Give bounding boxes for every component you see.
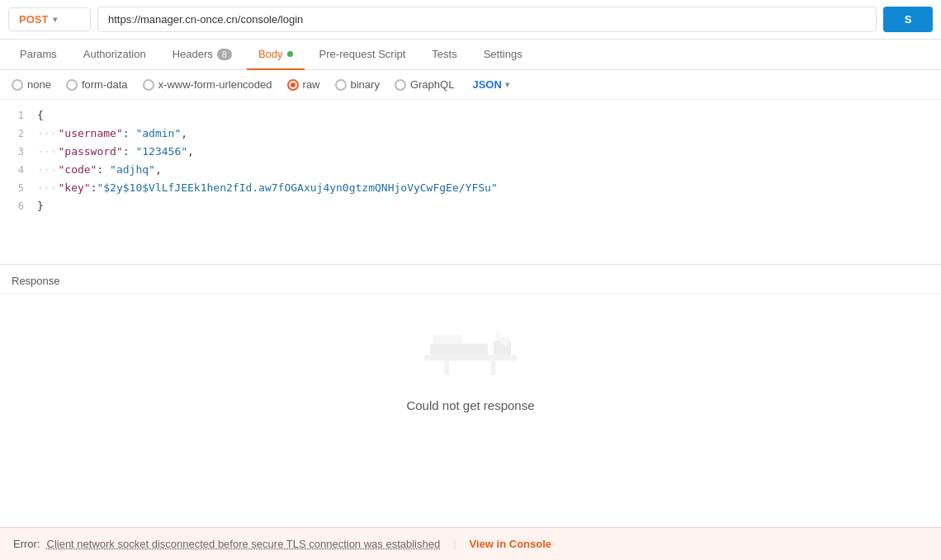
body-type-row: none form-data x-www-form-urlencoded raw…	[0, 70, 941, 100]
code-editor[interactable]: 1 { 2 ···"username": "admin", 3 ···"pass…	[0, 100, 941, 265]
svg-rect-1	[430, 344, 488, 355]
request-tabs: Params Authorization Headers 8 Body Pre-…	[0, 40, 941, 70]
svg-point-6	[500, 336, 509, 345]
send-button[interactable]: S	[883, 7, 933, 32]
json-chevron-icon: ▾	[505, 80, 509, 89]
code-line-5: 5 ···"key":"$2y$10$VlLfJEEk1hen2fId.aw7f…	[0, 179, 941, 197]
body-type-binary[interactable]: binary	[335, 78, 380, 91]
code-line-1: 1 {	[0, 106, 941, 125]
error-label: Error:	[13, 538, 40, 550]
svg-rect-4	[491, 361, 496, 376]
body-type-raw[interactable]: raw	[287, 78, 320, 91]
error-divider: |	[453, 538, 456, 550]
tab-body[interactable]: Body	[247, 40, 305, 70]
code-line-6: 6 }	[0, 197, 941, 215]
radio-raw	[287, 79, 299, 91]
radio-graphql	[395, 79, 406, 91]
tab-headers[interactable]: Headers 8	[161, 40, 244, 70]
radio-binary	[335, 79, 347, 91]
code-line-4: 4 ···"code": "adjhq",	[0, 161, 941, 179]
tab-params[interactable]: Params	[8, 40, 69, 70]
tab-authorization[interactable]: Authorization	[72, 40, 158, 70]
tab-tests[interactable]: Tests	[420, 40, 468, 70]
tab-pre-request[interactable]: Pre-request Script	[308, 40, 418, 70]
url-input[interactable]	[97, 7, 877, 32]
tab-settings[interactable]: Settings	[472, 40, 534, 70]
body-dot-indicator	[287, 51, 293, 57]
method-label: POST	[19, 13, 48, 26]
code-line-2: 2 ···"username": "admin",	[0, 125, 941, 143]
empty-state: Could not get response	[0, 294, 941, 429]
body-type-form-data[interactable]: form-data	[66, 78, 128, 91]
body-type-graphql[interactable]: GraphQL	[395, 78, 454, 91]
error-bar: Error: Client network socket disconnecte…	[0, 527, 941, 560]
method-chevron-icon: ▾	[53, 15, 57, 24]
headers-badge: 8	[217, 49, 232, 60]
svg-rect-3	[445, 361, 450, 376]
empty-state-text: Could not get response	[406, 398, 534, 412]
body-type-none[interactable]: none	[12, 78, 51, 91]
method-selector[interactable]: POST ▾	[8, 7, 91, 31]
code-line-3: 3 ···"password": "123456",	[0, 143, 941, 161]
view-in-console-button[interactable]: View in Console	[470, 538, 551, 550]
error-message: Client network socket disconnected befor…	[47, 538, 441, 550]
json-format-selector[interactable]: JSON ▾	[472, 78, 508, 91]
svg-rect-0	[424, 355, 517, 361]
svg-rect-7	[497, 332, 500, 341]
radio-urlencoded	[143, 79, 154, 91]
response-section: Response	[0, 265, 941, 294]
radio-form-data	[66, 79, 78, 91]
response-label: Response	[12, 275, 60, 287]
top-bar: POST ▾ S	[0, 0, 941, 40]
body-type-urlencoded[interactable]: x-www-form-urlencoded	[143, 78, 272, 91]
empty-state-icon	[413, 319, 528, 385]
svg-rect-5	[433, 335, 462, 344]
radio-none	[12, 79, 23, 91]
